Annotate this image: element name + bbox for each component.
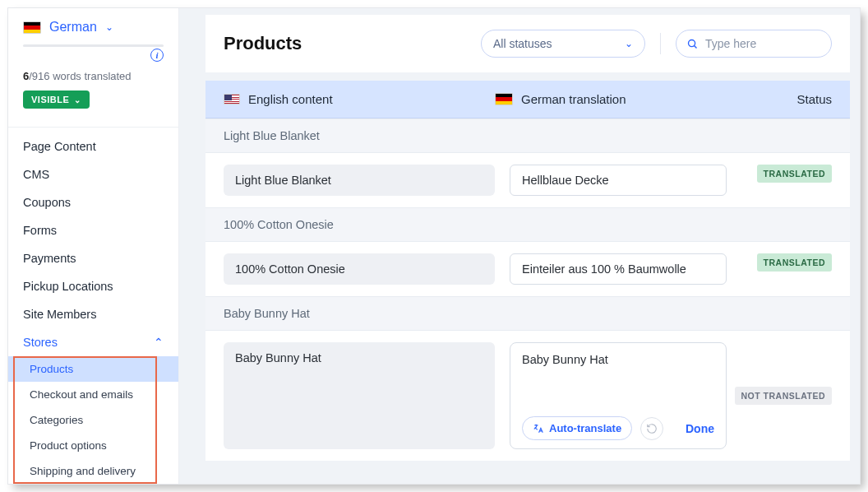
subnav-item-checkout-emails[interactable]: Checkout and emails: [8, 382, 178, 407]
translation-input[interactable]: [510, 165, 727, 196]
language-name: German: [49, 20, 97, 35]
table-row: Light Blue Blanket TRANSLATED: [205, 153, 850, 207]
sidebar-header: German ⌄ i 6/916 words translated VISIBL…: [8, 8, 178, 115]
translation-editor[interactable]: Baby Bunny Hat Auto-translate Done: [510, 342, 727, 449]
table-row: 100% Cotton Onesie TRANSLATED: [205, 242, 850, 296]
nav-item-cms[interactable]: CMS: [8, 160, 178, 188]
th-source: English content: [224, 92, 495, 106]
info-icon[interactable]: i: [150, 49, 164, 62]
word-count: 6/916 words translated: [23, 70, 164, 82]
source-text: Light Blue Blanket: [224, 165, 495, 196]
header-controls: All statuses ⌄: [481, 30, 832, 58]
status-cell: NOT TRANSLATED: [741, 342, 832, 449]
nav-section-stores[interactable]: Stores ⌃: [8, 328, 178, 356]
status-badge-not-translated: NOT TRANSLATED: [735, 387, 832, 405]
table-header: English content German translation Statu…: [205, 81, 850, 118]
visibility-label: VISIBLE: [31, 95, 69, 104]
status-filter-label: All statuses: [493, 37, 552, 50]
info-row: i: [23, 49, 164, 62]
editor-actions-left: Auto-translate: [522, 416, 663, 440]
chevron-up-icon: ⌃: [154, 336, 164, 349]
translation-input[interactable]: [510, 253, 727, 285]
source-text: 100% Cotton Onesie: [224, 253, 495, 285]
status-filter-dropdown[interactable]: All statuses ⌄: [481, 30, 645, 58]
subnav-item-categories[interactable]: Categories: [8, 407, 178, 433]
language-selector[interactable]: German ⌄: [23, 20, 164, 35]
app-shell: German ⌄ i 6/916 words translated VISIBL…: [8, 8, 860, 484]
translation-progress-bar: [23, 44, 164, 47]
editor-actions: Auto-translate Done: [522, 416, 714, 440]
undo-button[interactable]: [640, 417, 663, 440]
translation-text[interactable]: Baby Bunny Hat: [522, 353, 714, 366]
svg-point-0: [689, 39, 695, 46]
nav-item-coupons[interactable]: Coupons: [8, 188, 178, 216]
divider: [8, 127, 178, 128]
status-cell: TRANSLATED: [741, 253, 832, 272]
status-badge-translated: TRANSLATED: [757, 253, 832, 272]
nav-item-pickup-locations[interactable]: Pickup Locations: [8, 272, 178, 300]
search-input[interactable]: [705, 37, 821, 50]
divider: [660, 33, 661, 54]
svg-line-1: [695, 45, 697, 48]
page-title: Products: [224, 33, 302, 54]
search-icon: [686, 38, 699, 50]
th-status: Status: [741, 92, 832, 106]
status-cell: TRANSLATED: [741, 165, 832, 183]
group-header: Light Blue Blanket: [205, 118, 850, 153]
status-badge-translated: TRANSLATED: [757, 165, 832, 183]
sidebar-subnav-stores: Products Checkout and emails Categories …: [8, 356, 178, 484]
group-header: Baby Bunny Hat: [205, 296, 850, 331]
sidebar: German ⌄ i 6/916 words translated VISIBL…: [8, 8, 179, 484]
table-body: Light Blue Blanket Light Blue Blanket TR…: [205, 118, 850, 461]
search-field[interactable]: [676, 30, 832, 58]
source-text: Baby Bunny Hat: [224, 342, 495, 449]
main-panel: Products All statuses ⌄ English content: [179, 8, 860, 484]
nav-item-forms[interactable]: Forms: [8, 216, 178, 244]
chevron-down-icon: ⌄: [74, 95, 81, 104]
word-count-total: 916: [32, 70, 50, 82]
nav-item-page-content[interactable]: Page Content: [8, 132, 178, 160]
nav-item-site-members[interactable]: Site Members: [8, 300, 178, 328]
sidebar-nav: Page Content CMS Coupons Forms Payments …: [8, 132, 178, 356]
word-count-suffix: words translated: [53, 70, 131, 82]
done-button[interactable]: Done: [686, 422, 714, 435]
page-header: Products All statuses ⌄: [205, 15, 850, 72]
flag-de-icon: [23, 21, 41, 34]
chevron-down-icon: ⌄: [625, 38, 633, 49]
subnav-item-shipping-delivery[interactable]: Shipping and delivery: [8, 458, 178, 484]
translate-icon: [533, 423, 544, 434]
auto-translate-button[interactable]: Auto-translate: [522, 416, 632, 440]
subnav-item-products[interactable]: Products: [8, 356, 178, 382]
word-count-current: 6: [23, 70, 29, 82]
flag-us-icon: [224, 94, 240, 104]
visibility-toggle[interactable]: VISIBLE ⌄: [23, 91, 90, 109]
undo-icon: [646, 423, 658, 434]
nav-item-payments[interactable]: Payments: [8, 244, 178, 272]
flag-de-icon: [495, 93, 513, 105]
chevron-down-icon: ⌄: [105, 21, 113, 33]
subnav-item-product-options[interactable]: Product options: [8, 433, 178, 458]
auto-translate-label: Auto-translate: [549, 422, 621, 434]
table-row: Baby Bunny Hat Baby Bunny Hat Auto-trans…: [205, 331, 850, 461]
th-target: German translation: [495, 92, 741, 106]
group-header: 100% Cotton Onesie: [205, 207, 850, 242]
